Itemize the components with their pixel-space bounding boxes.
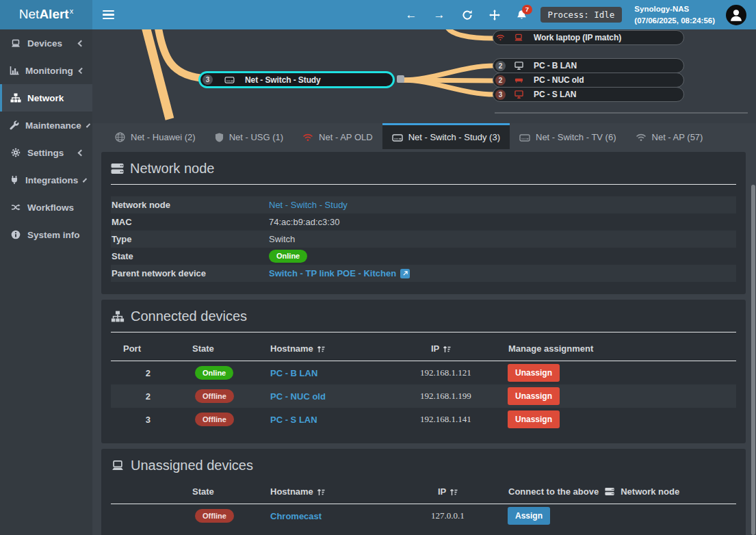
cell-port: 3: [111, 415, 171, 425]
sidebar-nav: Devices Monitoring Network Maintenance S…: [0, 29, 92, 535]
host-name: Synology-NAS: [634, 3, 715, 15]
connected-table-header: Port State Hostname IP Manage assignment: [111, 332, 736, 361]
user-avatar[interactable]: [726, 5, 746, 25]
cell-ip: 192.168.1.141: [410, 414, 499, 425]
sidebar-item-monitoring[interactable]: Monitoring: [0, 57, 92, 84]
assign-button[interactable]: Assign: [508, 507, 550, 525]
chevron-left-icon: [78, 149, 85, 156]
sort-hostname-header[interactable]: Hostname: [260, 486, 410, 497]
sidebar-item-maintenance[interactable]: Maintenance: [0, 112, 92, 139]
device-link[interactable]: PC - S LAN: [270, 415, 317, 425]
scrollbar-thumb[interactable]: [751, 185, 755, 535]
sidebar-item-workflows[interactable]: Workflows: [0, 194, 92, 221]
desktop-icon: [514, 90, 523, 99]
sidebar-toggle-button[interactable]: [92, 0, 124, 29]
tab-net-switch-tv[interactable]: Net - Switch - TV (6): [510, 123, 626, 149]
unassign-button[interactable]: Unassign: [508, 387, 560, 405]
switch-icon: [224, 76, 235, 83]
chevron-left-icon: [78, 40, 85, 47]
connected-device-row: 3 Offline PC - S LAN 192.168.1.141 Unass…: [111, 408, 736, 431]
node-port-badge: 2: [495, 75, 506, 86]
process-status-pill: Process: Idle: [540, 7, 623, 23]
unassign-button[interactable]: Unassign: [508, 364, 560, 382]
mac-value: 74:ac:b9:ad:c3:30: [269, 217, 339, 227]
tab-net-ap[interactable]: Net - AP (57): [626, 123, 713, 149]
sort-icon: [449, 488, 458, 496]
connected-devices-card: Connected devices Port State Hostname IP…: [101, 300, 746, 443]
sidebar-item-integrations[interactable]: Integrations: [0, 166, 92, 194]
cell-port: 2: [111, 368, 171, 378]
status-badge: Offline: [195, 413, 234, 426]
sort-icon: [317, 488, 326, 496]
topology-node-pc-nuc-old[interactable]: 2 PC - NUC old: [493, 73, 684, 88]
laptop-icon: [514, 34, 523, 42]
shield-icon: [215, 133, 224, 142]
sidebar-item-settings[interactable]: Settings: [0, 139, 92, 166]
plug-icon: [10, 175, 19, 185]
host-info: Synology-NAS (07/06/2025, 08:24:56): [634, 3, 715, 26]
wifi-icon: [496, 34, 505, 41]
notifications-bell-icon[interactable]: 7: [517, 10, 527, 21]
unassigned-device-row: Offline Chromecast 127.0.0.1 Assign: [111, 504, 736, 527]
sort-icon: [443, 345, 452, 353]
tab-net-switch-study[interactable]: Net - Switch - Study (3): [382, 123, 510, 149]
sort-ip-header[interactable]: IP: [410, 343, 499, 354]
refresh-icon[interactable]: [462, 10, 473, 21]
external-link-icon[interactable]: [400, 269, 410, 278]
node-port-badge: 3: [495, 90, 506, 100]
connect-header: Connect to the above Network node: [499, 486, 736, 497]
laptop-icon: [10, 39, 21, 48]
server-icon: [111, 163, 124, 174]
tab-net-usg[interactable]: Net - USG (1): [205, 123, 293, 149]
detail-row: Type Switch: [111, 231, 736, 248]
server-icon: [605, 487, 614, 496]
wifi-icon: [302, 133, 313, 142]
sidebar-item-system-info[interactable]: System info: [0, 221, 92, 248]
status-badge: Offline: [195, 389, 234, 402]
tab-net-huawei[interactable]: Net - Huawei (2): [105, 123, 205, 149]
status-badge: Online: [195, 366, 233, 379]
device-link[interactable]: Chromecast: [270, 511, 322, 521]
network-node-title: Network node: [111, 152, 736, 184]
type-value: Switch: [269, 234, 295, 244]
chevron-left-icon: [83, 178, 87, 182]
topology-node-pc-s-lan[interactable]: 3 PC - S LAN: [493, 87, 684, 102]
sort-icon: [317, 345, 326, 353]
topology-node-work-laptop[interactable]: Work laptop (IP match): [493, 30, 684, 45]
node-collapse-handle[interactable]: [397, 75, 404, 83]
back-arrow-icon[interactable]: ←: [406, 9, 417, 21]
connected-device-row: 2 Offline PC - NUC old 192.168.1.199 Una…: [111, 384, 736, 408]
node-count-badge: 3: [203, 75, 213, 85]
cell-ip: 192.168.1.121: [410, 367, 499, 378]
sidebar-item-devices[interactable]: Devices: [0, 29, 92, 57]
cell-ip: 192.168.1.199: [410, 391, 499, 402]
topology-node-selected[interactable]: 3 Net - Switch - Study: [198, 71, 395, 88]
gear-icon: [10, 148, 21, 157]
device-link[interactable]: PC - B LAN: [270, 368, 317, 378]
network-node-link[interactable]: Net - Switch - Study: [269, 200, 348, 210]
fullscreen-move-icon[interactable]: [489, 10, 500, 21]
wifi-icon: [636, 133, 647, 142]
connected-devices-title: Connected devices: [111, 300, 736, 332]
sidebar-item-network[interactable]: Network: [0, 84, 92, 112]
app-logo[interactable]: NetAlertx: [0, 0, 92, 29]
forward-arrow-icon[interactable]: →: [434, 9, 445, 21]
device-link[interactable]: PC - NUC old: [270, 391, 326, 402]
shuffle-icon: [10, 203, 21, 212]
notification-count-badge: 7: [522, 5, 532, 14]
unassigned-devices-card: Unassigned devices State Hostname IP Con…: [101, 449, 746, 535]
tab-net-ap-old[interactable]: Net - AP OLD: [293, 123, 382, 149]
topology-node-pc-b-lan[interactable]: 2 PC - B LAN: [493, 58, 684, 73]
unassign-button[interactable]: Unassign: [508, 410, 560, 428]
detail-row: MAC 74:ac:b9:ad:c3:30: [111, 213, 736, 231]
status-badge: Offline: [195, 509, 234, 522]
network-node-details: Network node Net - Switch - Study MAC 74…: [111, 196, 736, 282]
sort-hostname-header[interactable]: Hostname: [260, 343, 410, 354]
chart-icon: [10, 66, 19, 75]
switch-icon: [392, 133, 403, 142]
parent-device-link[interactable]: Switch - TP link POE - Kitchen: [269, 268, 396, 278]
switch-icon: [519, 133, 530, 142]
network-topology-canvas[interactable]: 3 Net - Switch - Study Work laptop (IP m…: [92, 29, 756, 123]
connected-device-row: 2 Online PC - B LAN 192.168.1.121 Unassi…: [111, 361, 736, 384]
sort-ip-header[interactable]: IP: [410, 486, 499, 497]
